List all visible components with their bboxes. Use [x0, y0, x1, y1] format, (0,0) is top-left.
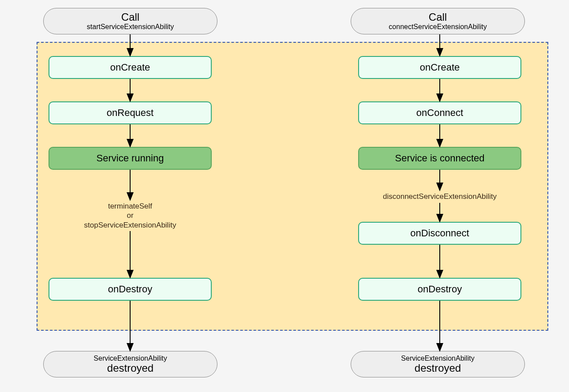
left-onrequest-label: onRequest	[107, 107, 153, 119]
right-onconnect-node: onConnect	[358, 101, 521, 124]
left-end-line1: ServiceExtensionAbility	[94, 355, 167, 362]
left-stop-line2: or	[49, 211, 212, 220]
right-start-title: Call	[429, 11, 447, 23]
right-ondestroy-label: onDestroy	[418, 284, 462, 295]
right-disconnect-text: disconnectServiceExtensionAbility	[383, 192, 497, 201]
left-oncreate-node: onCreate	[49, 56, 212, 79]
left-onrequest-node: onRequest	[49, 101, 212, 124]
left-end-node: ServiceExtensionAbility destroyed	[43, 351, 217, 377]
right-start-node: Call connectServiceExtensionAbility	[351, 8, 525, 34]
right-oncreate-node: onCreate	[358, 56, 521, 79]
right-ondisconnect-node: onDisconnect	[358, 222, 521, 245]
right-ondisconnect-label: onDisconnect	[410, 228, 469, 239]
right-end-node: ServiceExtensionAbility destroyed	[351, 351, 525, 377]
right-onconnect-label: onConnect	[416, 107, 463, 119]
left-stop-line3: stopServiceExtensionAbility	[49, 220, 212, 230]
right-end-line1: ServiceExtensionAbility	[401, 355, 474, 362]
right-connected-label: Service is connected	[395, 153, 485, 164]
left-running-node: Service running	[49, 147, 212, 170]
left-start-title: Call	[121, 11, 139, 23]
left-running-label: Service running	[97, 153, 164, 164]
right-oncreate-label: onCreate	[420, 62, 460, 73]
left-end-line2: destroyed	[107, 362, 153, 374]
left-stop-line1: terminateSelf	[49, 202, 212, 211]
lifecycle-diagram: Call startServiceExtensionAbility onCrea…	[0, 0, 569, 392]
left-oncreate-label: onCreate	[110, 62, 150, 73]
right-start-subtitle: connectServiceExtensionAbility	[389, 23, 487, 31]
right-connected-node: Service is connected	[358, 147, 521, 170]
left-stop-edge-label: terminateSelf or stopServiceExtensionAbi…	[49, 202, 212, 230]
left-start-node: Call startServiceExtensionAbility	[43, 8, 217, 34]
left-ondestroy-node: onDestroy	[49, 278, 212, 301]
left-ondestroy-label: onDestroy	[108, 284, 152, 295]
right-end-line2: destroyed	[415, 362, 461, 374]
left-start-subtitle: startServiceExtensionAbility	[87, 23, 174, 31]
right-disconnect-edge-label: disconnectServiceExtensionAbility	[358, 192, 521, 201]
right-ondestroy-node: onDestroy	[358, 278, 521, 301]
